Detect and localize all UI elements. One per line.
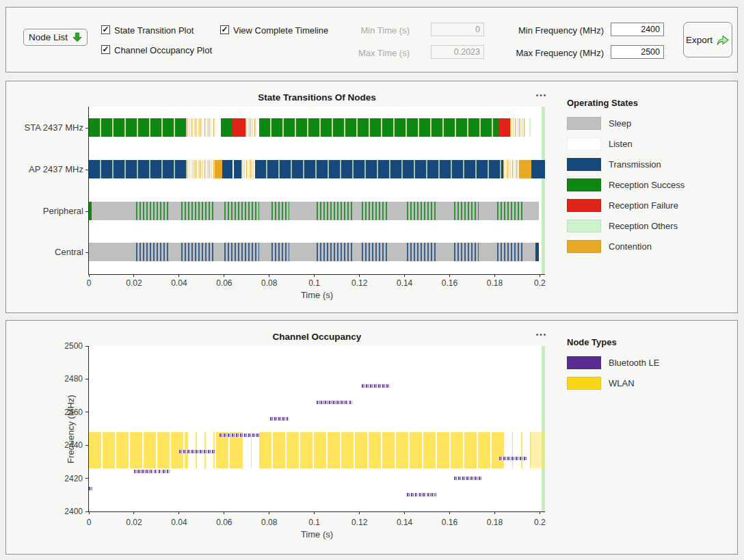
state-segment-reception_failure	[232, 118, 245, 137]
bluetooth-le-transmission	[454, 477, 481, 480]
bluetooth-le-transmission	[179, 450, 215, 453]
x-tick-mark	[133, 511, 134, 514]
export-arrow-icon	[716, 34, 730, 46]
state-segment-reception_success	[271, 202, 289, 220]
channel-occupancy-panel: Channel Occupancy ••• 240024202440246024…	[5, 320, 738, 555]
occupancy-xlabel: Time (s)	[89, 529, 545, 539]
export-button[interactable]: Export	[683, 22, 732, 57]
x-tick-label: 0.18	[487, 278, 503, 288]
x-tick-label: 0.16	[442, 518, 457, 527]
state-segment-reception_success	[317, 202, 353, 220]
node-types-legend-title: Node Types	[567, 337, 659, 347]
state-segment-transmission	[181, 243, 215, 261]
app-window: Node List State Transition Plot Channel …	[0, 0, 744, 560]
y-tick-mark	[85, 346, 89, 347]
x-tick-mark	[269, 511, 269, 514]
x-tick-label: 0.04	[171, 278, 187, 288]
occupancy-x-axis	[88, 511, 545, 512]
toolbar-panel: Node List State Transition Plot Channel …	[5, 7, 738, 72]
y-tick-label: 2400	[64, 507, 83, 516]
bluetooth-le-transmission	[499, 457, 527, 460]
x-tick-mark	[449, 274, 450, 277]
x-tick-label: 0.2	[534, 278, 546, 288]
max-time-input[interactable]	[431, 45, 484, 59]
state-chart-menu-icon[interactable]: •••	[528, 92, 555, 99]
legend-item-listen: Listen	[567, 137, 685, 150]
x-tick-mark	[133, 274, 134, 277]
legend-item-sleep: Sleep	[567, 117, 685, 130]
state-segment-reception_success	[497, 202, 524, 220]
max-time-label: Max Time (s)	[334, 48, 410, 58]
min-time-input[interactable]	[431, 23, 484, 36]
state-segment-contention	[215, 160, 222, 178]
x-tick-label: 0.02	[126, 278, 142, 288]
sleep-swatch	[567, 117, 601, 130]
state-segment-transmission	[136, 243, 170, 261]
state-x-axis	[88, 274, 545, 275]
state-xlabel: Time (s)	[89, 290, 545, 300]
state-transition-plot-label: State Transition Plot	[114, 25, 194, 36]
bluetooth-le-swatch	[567, 356, 601, 369]
x-tick-label: 0	[87, 278, 92, 288]
state-segment-transmission	[535, 243, 539, 261]
x-tick-label: 0.14	[397, 278, 412, 288]
legend-item-reception-others: Reception Others	[567, 219, 685, 232]
min-frequency-input[interactable]	[611, 23, 664, 36]
state-segment-transmission	[89, 160, 187, 178]
wlan-occupancy-segment	[503, 432, 532, 468]
reception-others-swatch	[567, 219, 601, 232]
x-tick-mark	[178, 511, 179, 514]
wlan-occupancy-segment	[216, 432, 242, 468]
legend-item-reception-failure: Reception Failure	[567, 199, 685, 212]
state-segment-reception_others	[529, 118, 531, 137]
transmission-swatch	[567, 158, 601, 171]
x-tick-label: 0.08	[261, 278, 277, 288]
state-segment-transmission	[497, 243, 524, 261]
state-segment-reception_failure	[499, 118, 509, 137]
occupancy-chart-menu-icon[interactable]: •••	[528, 331, 555, 338]
bluetooth-le-transmission	[134, 470, 171, 473]
y-tick-mark	[85, 412, 89, 412]
x-tick-label: 0.06	[216, 278, 232, 288]
timeline-cursor	[542, 346, 545, 511]
state-transitions-plot[interactable]	[89, 107, 545, 274]
x-tick-label: 0.02	[126, 518, 142, 527]
max-frequency-label: Max Frequency (MHz)	[485, 48, 604, 58]
legend-item-wlan: WLAN	[567, 377, 659, 390]
state-segment-transmission	[222, 160, 232, 178]
channel-occupancy-plot-checkbox[interactable]	[101, 45, 110, 54]
x-tick-label: 0.1	[308, 518, 320, 527]
state-segment-contention	[241, 160, 256, 178]
channel-occupancy-plot[interactable]: 240024202440246024802500	[89, 346, 545, 511]
wlan-swatch	[567, 377, 601, 390]
reception-success-swatch	[567, 178, 601, 191]
x-tick-mark	[404, 274, 405, 277]
view-complete-timeline-checkbox[interactable]	[220, 25, 229, 34]
x-tick-label: 0.04	[171, 518, 187, 527]
min-time-label: Min Time (s)	[334, 25, 410, 36]
state-segment-contention	[187, 160, 215, 178]
x-tick-label: 0.2	[534, 518, 546, 527]
operating-states-legend-title: Operating States	[567, 98, 685, 108]
state-transitions-panel: State Transitions Of Nodes ••• Time (s) …	[5, 81, 738, 313]
x-tick-mark	[494, 274, 495, 277]
max-frequency-input[interactable]	[611, 45, 664, 59]
state-segment-contention	[245, 118, 256, 137]
x-tick-label: 0.06	[216, 518, 232, 527]
state-segment-transmission	[531, 160, 545, 178]
state-segment-reception_success	[181, 202, 215, 220]
state-transition-plot-checkbox[interactable]	[101, 25, 110, 34]
y-tick-mark	[85, 478, 89, 479]
occupancy-chart-title: Channel Occupancy	[89, 332, 545, 342]
x-tick-mark	[178, 274, 179, 277]
state-segment-reception_success	[136, 202, 170, 220]
x-tick-label: 0.12	[351, 278, 367, 288]
legend-item-bluetooth-le: Bluetooth LE	[567, 356, 659, 369]
node-list-button[interactable]: Node List	[23, 29, 88, 46]
legend-item-reception-success: Reception Success	[567, 178, 685, 191]
min-frequency-label: Min Frequency (MHz)	[485, 25, 604, 36]
state-segment-reception_success	[407, 202, 436, 220]
x-tick-mark	[269, 274, 269, 277]
state-segment-transmission	[407, 243, 436, 261]
state-segment-transmission	[255, 160, 503, 178]
